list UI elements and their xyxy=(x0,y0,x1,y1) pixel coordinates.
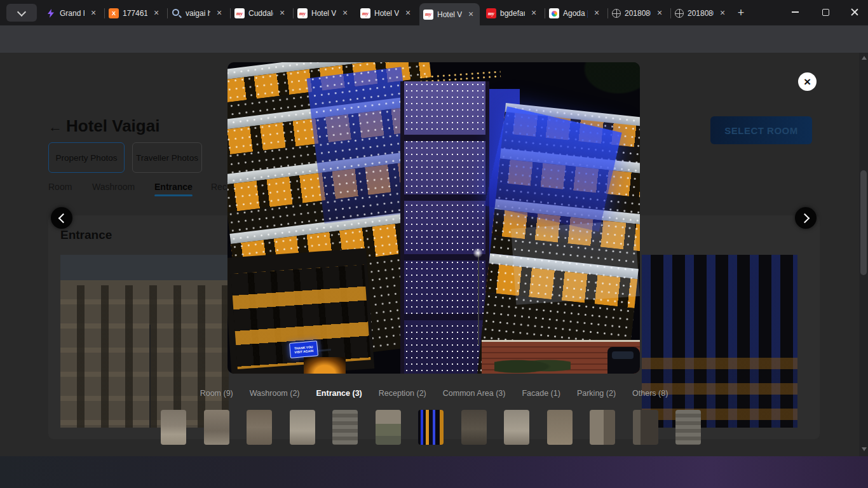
tab-close-icon[interactable]: × xyxy=(403,8,413,18)
photo-thumbnail[interactable] xyxy=(547,410,573,445)
browser-tab[interactable]: my Hotel Va × xyxy=(356,3,417,24)
photo-thumbnail[interactable] xyxy=(332,410,358,445)
photo-welcome-sign: THANK YOU VISIT AGAIN xyxy=(289,341,318,358)
category-washroom[interactable]: Washroom (2) xyxy=(250,389,300,398)
photo-thumbnail[interactable] xyxy=(461,410,487,445)
scrollbar-thumb[interactable] xyxy=(860,170,867,275)
traveller-photos-tab[interactable]: Traveller Photos xyxy=(132,142,202,173)
chevron-left-icon xyxy=(58,213,68,223)
makemytrip-favicon-icon: my xyxy=(360,8,370,18)
tab-search-button[interactable] xyxy=(6,4,37,22)
photo-thumbnail[interactable] xyxy=(504,410,529,445)
photo-thumbnail[interactable] xyxy=(633,410,658,445)
gallery-main-photo[interactable]: THANK YOU VISIT AGAIN xyxy=(227,62,640,374)
page-title: Hotel Vaigai xyxy=(66,116,159,136)
property-photos-tab[interactable]: Property Photos xyxy=(48,142,125,173)
tab-close-icon[interactable]: × xyxy=(277,8,287,18)
browser-tab[interactable]: X 1774614 × xyxy=(105,3,165,24)
makemytrip-red-favicon-icon: my xyxy=(486,8,496,18)
browser-toolbar: ← ↻ https://www.makemytrip.com/hotels/ho… xyxy=(0,25,868,53)
tab-close-icon[interactable]: × xyxy=(466,10,476,20)
globe-favicon-icon xyxy=(612,9,621,18)
gallery-thumbnail-strip xyxy=(161,410,701,445)
scrollbar-up-arrow[interactable] xyxy=(862,56,867,60)
photo-lamp-post xyxy=(478,253,479,345)
photo-center-tower xyxy=(400,81,489,374)
browser-tab-active[interactable]: my Hotel Va × xyxy=(419,3,480,25)
carousel-next-photo[interactable] xyxy=(642,255,797,428)
scrollbar-down-arrow[interactable] xyxy=(862,447,867,451)
next-photo-button[interactable] xyxy=(795,207,817,229)
tab-entrance[interactable]: Entrance xyxy=(154,182,193,192)
tab-close-icon[interactable]: × xyxy=(151,8,161,18)
browser-tab[interactable]: 2018080 × xyxy=(671,3,731,24)
tab-close-icon[interactable]: × xyxy=(654,8,665,18)
photo-thumbnail[interactable] xyxy=(204,410,229,445)
tab-close-icon[interactable]: × xyxy=(88,8,98,18)
category-entrance[interactable]: Entrance (3) xyxy=(316,389,362,398)
gallery-category-row: Room (9) Washroom (2) Entrance (3) Recep… xyxy=(0,389,868,398)
lightning-favicon-icon xyxy=(46,8,56,18)
search-favicon-icon xyxy=(172,8,182,18)
tab-title: 1774614 xyxy=(123,9,147,18)
agoda-favicon-icon xyxy=(549,8,559,18)
photo-car xyxy=(607,347,640,374)
browser-tab[interactable]: Grand H × xyxy=(42,3,102,24)
tab-title: Grand H xyxy=(60,9,85,18)
browser-tab[interactable]: 2018080 × xyxy=(608,3,668,24)
photo-thumbnail[interactable] xyxy=(290,410,315,445)
tab-close-icon[interactable]: × xyxy=(592,8,602,18)
tab-close-icon[interactable]: × xyxy=(340,8,350,18)
previous-photo-button[interactable] xyxy=(51,207,72,229)
tab-title: Cuddalo xyxy=(248,9,273,18)
carousel-previous-photo[interactable] xyxy=(60,255,229,428)
category-facade[interactable]: Facade (1) xyxy=(522,389,560,398)
xampp-favicon-icon: X xyxy=(109,8,119,18)
photo-lamp-light xyxy=(473,248,483,258)
browser-tab[interactable]: vaigai ho × xyxy=(168,3,228,24)
window-minimize-button[interactable] xyxy=(780,0,810,24)
browser-tab[interactable]: Agoda | × xyxy=(545,3,606,24)
tab-title: 2018080 xyxy=(625,9,651,18)
close-icon: × xyxy=(804,76,811,88)
makemytrip-favicon-icon: my xyxy=(297,8,308,18)
photo-thumbnail[interactable] xyxy=(247,410,272,445)
makemytrip-favicon-icon: my xyxy=(423,10,433,20)
photo-thumbnail-selected[interactable] xyxy=(418,410,444,445)
browser-tab[interactable]: my Hotel Va × xyxy=(294,3,354,24)
photo-thumbnail[interactable] xyxy=(675,410,701,445)
tab-close-icon[interactable]: × xyxy=(529,8,539,18)
select-room-button[interactable]: SELECT ROOM xyxy=(710,116,812,144)
tab-washroom[interactable]: Washroom xyxy=(92,182,135,192)
category-others[interactable]: Others (8) xyxy=(632,389,668,398)
category-parking[interactable]: Parking (2) xyxy=(577,389,616,398)
browser-tab[interactable]: my Cuddalo × xyxy=(231,3,291,24)
tab-room[interactable]: Room xyxy=(48,182,72,192)
tab-close-icon[interactable]: × xyxy=(717,8,728,18)
tab-close-icon[interactable]: × xyxy=(214,8,224,18)
photo-thumbnail[interactable] xyxy=(590,410,615,445)
window-restore-button[interactable] xyxy=(811,0,840,24)
tab-title: bgdefaul xyxy=(500,9,525,18)
screen: Grand H × X 1774614 × vaigai ho × my Cud… xyxy=(0,0,868,488)
restore-icon xyxy=(822,9,829,16)
page-back-arrow-icon[interactable]: ← xyxy=(48,119,62,135)
tab-title: Agoda | xyxy=(563,9,588,18)
new-tab-button[interactable]: + xyxy=(734,6,748,20)
photo-thumbnail[interactable] xyxy=(376,410,401,445)
photo-windows xyxy=(60,285,229,428)
tab-title: Hotel Va xyxy=(437,10,462,19)
photo-pole xyxy=(149,325,151,428)
tab-title: Hotel Va xyxy=(311,9,336,18)
gallery-close-button[interactable]: × xyxy=(798,72,817,91)
browser-tab[interactable]: my bgdefaul × xyxy=(482,3,543,24)
photo-thumbnail[interactable] xyxy=(161,410,186,445)
category-room[interactable]: Room (9) xyxy=(200,389,233,398)
window-close-button[interactable] xyxy=(841,0,868,24)
chevron-down-icon xyxy=(17,7,26,16)
sign-line-2: VISIT AGAIN xyxy=(294,349,313,355)
tab-reception[interactable]: Rec xyxy=(211,182,227,192)
category-common-area[interactable]: Common Area (3) xyxy=(443,389,506,398)
makemytrip-favicon-icon: my xyxy=(234,8,245,18)
category-reception[interactable]: Reception (2) xyxy=(379,389,426,398)
